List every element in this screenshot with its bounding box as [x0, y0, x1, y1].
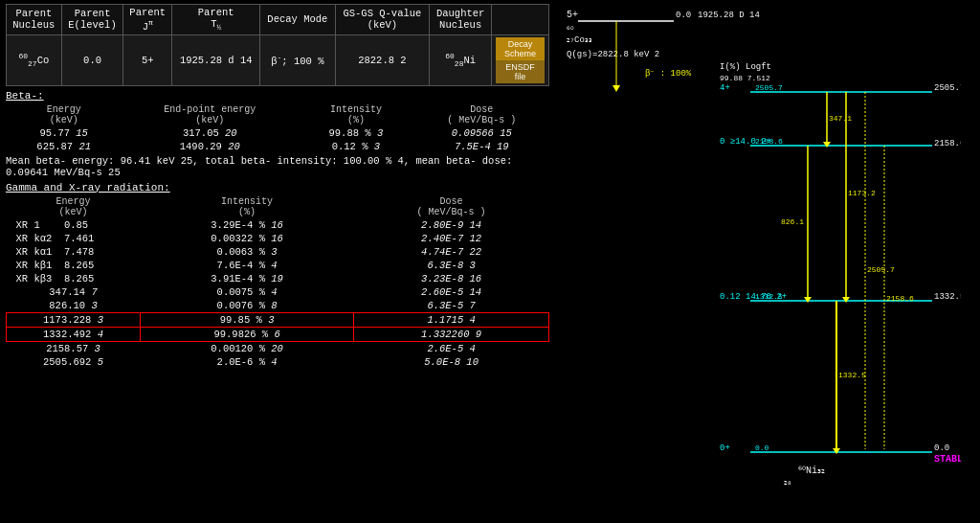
gamma-2158-dose: 2.6E-5 4	[354, 341, 549, 355]
int-2505: 99.88 7.512	[720, 74, 770, 82]
gamma-xrkb3-energy: XR kβ3 8.265	[7, 272, 141, 285]
energy-inline-1332: 1332.5	[755, 292, 783, 301]
gamma-col-dose: Dose( MeV/Bq-s )	[354, 195, 549, 218]
gamma-row-1332: 1332.492 4 99.9826 % 6 1.332260 9	[7, 327, 549, 341]
decay-scheme-button[interactable]: Decay Scheme	[496, 37, 545, 60]
gamma-xr1-intensity: 3.29E-4 % 16	[141, 218, 354, 232]
beta-mean-text: Mean beta- energy: 96.41 keV 25, total b…	[6, 155, 549, 178]
gamma-label-826: 826.1	[781, 217, 804, 226]
parent-level-label: 5+	[567, 10, 578, 20]
gamma-826-energy: 826.10 3	[7, 299, 141, 313]
gamma-xrkb1-energy: XR kβ1 8.265	[7, 259, 141, 272]
qvalue-cell: 2822.8 2	[335, 34, 430, 85]
energy-inline-0: 0.0	[755, 443, 769, 452]
gamma-1332-intensity: 99.9826 % 6	[141, 327, 354, 341]
col-parent-nucleus: ParentNucleus	[7, 5, 62, 35]
beta-col-endpoint: End-point energy(keV)	[122, 103, 298, 126]
gamma-2158-energy: 2158.57 3	[7, 341, 141, 355]
col-qvalue: GS-GS Q-value(keV)	[335, 5, 430, 35]
beta-col-energy: Energy(keV)	[6, 103, 122, 126]
co60-nucleus: ⁶⁰	[567, 26, 574, 35]
gamma-label-1173: 1173.2	[848, 189, 876, 197]
gamma-1332-energy: 1332.492 4	[7, 327, 141, 341]
gamma-xrkb3-intensity: 3.91E-4 % 19	[141, 272, 354, 285]
gamma-label-347: 347.1	[829, 114, 852, 123]
col-parent-halflife: ParentT½	[172, 5, 260, 35]
gamma-label-2505-full: 2505.7	[867, 265, 895, 274]
col-parent-energy: ParentE(level)	[61, 5, 123, 35]
gamma-row-2158: 2158.57 3 0.00120 % 20 2.6E-5 4	[7, 341, 549, 355]
gamma-row-xrka2: XR kα2 7.461 0.00322 % 16 2.40E-7 12	[7, 232, 549, 245]
beta-1-dose: 0.09566 15	[414, 126, 549, 140]
gamma-label-1332: 1332.5	[838, 371, 866, 379]
energy-label-0: 0.0	[934, 443, 949, 453]
col-parent-spin: ParentJπ	[123, 5, 172, 35]
energy-inline-2505: 2505.7	[755, 83, 783, 92]
gamma-col-energy: Energy(keV)	[7, 195, 141, 218]
gamma-1173-dose: 1.1715 4	[354, 312, 549, 327]
gamma-347-energy: 347.14 7	[7, 285, 141, 299]
parent-energy-cell: 0.0	[61, 34, 123, 85]
energy-inline-2158: 2158.6	[755, 137, 783, 146]
decay-scheme-svg: 5+ 0.0 1925.28 D 14 ⁶⁰ ₂₇Co₃₃ Q(gs)=2822…	[559, 4, 961, 519]
gamma-xrkb1-dose: 6.3E-8 3	[354, 259, 549, 272]
gamma-label-2158-full: 2158.6	[886, 294, 914, 303]
gamma-table: Energy(keV) Intensity(%) Dose( MeV/Bq-s …	[6, 195, 549, 369]
co60-nucleus2: ₂₇Co₃₃	[567, 35, 592, 45]
gamma-826-dose: 6.3E-5 7	[354, 299, 549, 313]
daughter-nucleus-cell: 6028Ni	[430, 34, 492, 85]
decay-mode-cell: β-; 100 %	[260, 34, 335, 85]
beta-1-intensity: 99.88 % 3	[298, 126, 413, 140]
gamma-section-title: Gamma and X-ray radiation:	[6, 182, 549, 193]
gamma-row-xrkb1: XR kβ1 8.265 7.6E-4 % 4 6.3E-8 3	[7, 259, 549, 272]
parent-spin-cell: 5+	[123, 34, 172, 85]
beta-2-endpoint: 1490.29 20	[122, 140, 298, 153]
spin-2505: 4+	[720, 83, 730, 93]
beta-2-energy: 625.87 21	[6, 140, 122, 153]
gamma-xrka1-energy: XR kα1 7.478	[7, 245, 141, 259]
beta-col-intensity: Intensity(%)	[298, 103, 413, 126]
parent-nucleus-cell: 6027Co	[7, 34, 62, 85]
right-panel: 5+ 0.0 1925.28 D 14 ⁶⁰ ₂₇Co₃₃ Q(gs)=2822…	[555, 0, 980, 523]
beta-table: Energy(keV) End-point energy(keV) Intens…	[6, 103, 549, 153]
beta-row-1: 95.77 15 317.05 20 99.88 % 3 0.09566 15	[6, 126, 549, 140]
ni60-nucleus: ⁶⁰Ni₃₂	[798, 466, 825, 476]
header-table: ParentNucleus ParentE(level) ParentJπ Pa…	[6, 4, 549, 86]
beta-2-dose: 7.5E-4 19	[414, 140, 549, 153]
gamma-1332-dose: 1.332260 9	[354, 327, 549, 341]
gamma-2505-energy: 2505.692 5	[7, 355, 141, 369]
col-buttons	[492, 5, 549, 35]
gamma-347-dose: 2.60E-5 14	[354, 285, 549, 299]
stable-label: STABLE	[934, 454, 961, 465]
gamma-row-1173: 1173.228 3 99.85 % 3 1.1715 4	[7, 312, 549, 327]
gamma-row-xr1: XR 1 0.85 3.29E-4 % 16 2.80E-9 14	[7, 218, 549, 232]
beta-2-intensity: 0.12 % 3	[298, 140, 413, 153]
gamma-1173-intensity: 99.85 % 3	[141, 312, 354, 327]
ensdf-file-button[interactable]: ENSDF file	[496, 60, 545, 83]
gamma-row-xrka1: XR kα1 7.478 0.0063 % 3 4.74E-7 22	[7, 245, 549, 259]
gamma-2505-dose: 5.0E-8 10	[354, 355, 549, 369]
ni60-subscript: ₂₈	[784, 478, 791, 488]
gamma-2505-intensity: 2.0E-6 % 4	[141, 355, 354, 369]
gamma-xr1-energy: XR 1 0.85	[7, 218, 141, 232]
gamma-col-intensity: Intensity(%)	[141, 195, 354, 218]
parent-halflife-cell: 1925.28 d 14	[172, 34, 260, 85]
intensity-header: I(%) Logft	[720, 62, 771, 72]
parent-energy-0: 0.0	[676, 11, 691, 20]
qvalue-label: Q(gs)=2822.8 keV 2	[567, 50, 659, 59]
gamma-826-intensity: 0.0076 % 8	[141, 299, 354, 313]
gamma-xrkb1-intensity: 7.6E-4 % 4	[141, 259, 354, 272]
col-daughter: DaughterNucleus	[430, 5, 492, 35]
gamma-2158-intensity: 0.00120 % 20	[141, 341, 354, 355]
gamma-xrka1-intensity: 0.0063 % 3	[141, 245, 354, 259]
left-panel: ParentNucleus ParentE(level) ParentJπ Pa…	[0, 0, 555, 523]
energy-label-2505: 2505.7 3.3 PS	[934, 83, 961, 93]
gamma-row-347: 347.14 7 0.0075 % 4 2.60E-5 14	[7, 285, 549, 299]
beta-1-endpoint: 317.05 20	[122, 126, 298, 140]
parent-halflife-label: 1925.28 D 14	[698, 11, 760, 20]
beta-row-2: 625.87 21 1490.29 20 0.12 % 3 7.5E-4 19	[6, 140, 549, 153]
gamma-xrkb3-dose: 3.23E-8 16	[354, 272, 549, 285]
col-decay-mode: Decay Mode	[260, 5, 335, 35]
beta-col-dose: Dose( MeV/Bq-s )	[414, 103, 549, 126]
gamma-row-826: 826.10 3 0.0076 % 8 6.3E-5 7	[7, 299, 549, 313]
